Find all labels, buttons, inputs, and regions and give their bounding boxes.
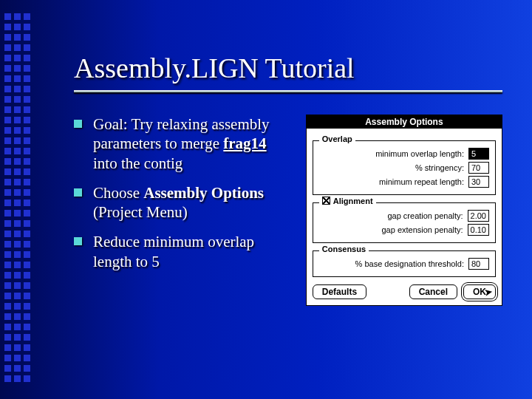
bullet-item: Goal: Try relaxing assembly parameters t… [74, 115, 293, 173]
stringency-input[interactable]: 70 [468, 162, 489, 174]
bullet-emphasis: frag14 [223, 134, 266, 152]
group-label: Consensus [319, 245, 369, 253]
min-overlap-input[interactable]: 5 [468, 148, 489, 160]
gap-create-input[interactable]: 2.00 [468, 210, 489, 222]
group-label: Overlap [319, 134, 355, 143]
min-overlap-label: minimum overlap length: [375, 149, 464, 158]
gap-ext-label: gap extension penalty: [381, 225, 463, 234]
stringency-label: % stringency: [415, 163, 464, 172]
group-label-text: Alignment [333, 197, 373, 205]
bullet-text: (Project Menu) [93, 203, 188, 221]
bullet-strong: Assembly Options [143, 184, 264, 202]
consensus-group: Consensus % base designation threshold: … [313, 250, 496, 277]
overlap-group: Overlap minimum overlap length: 5 % stri… [313, 140, 496, 195]
threshold-label: % base designation threshold: [355, 259, 464, 268]
cancel-button[interactable]: Cancel [409, 284, 457, 299]
bullet-text: Reduce minimum overlap length to 5 [93, 233, 254, 270]
bullet-item: Choose Assembly Options (Project Menu) [74, 183, 293, 222]
defaults-button[interactable]: Defaults [313, 284, 366, 299]
bullet-item: Reduce minimum overlap length to 5 [74, 232, 293, 271]
slide-title: Assembly.LIGN Tutorial [74, 52, 502, 84]
assembly-options-dialog: Assembly Options Overlap minimum overlap… [306, 115, 502, 306]
alignment-checkbox-label[interactable]: Alignment [319, 197, 376, 205]
min-repeat-input[interactable]: 30 [468, 176, 489, 188]
alignment-group: Alignment gap creation penalty: 2.00 gap… [313, 202, 496, 243]
threshold-input[interactable]: 80 [468, 258, 489, 270]
gap-create-label: gap creation penalty: [387, 211, 463, 220]
min-repeat-label: minimum repeat length: [379, 177, 464, 186]
title-rule [74, 90, 502, 92]
bullet-list: Goal: Try relaxing assembly parameters t… [74, 115, 293, 306]
dialog-title: Assembly Options [307, 115, 502, 129]
decorative-dot-column [4, 13, 34, 386]
cursor-icon: ➤ [483, 285, 494, 299]
bullet-text: into the contig [93, 154, 183, 172]
bullet-text: Choose [93, 184, 143, 202]
gap-ext-input[interactable]: 0.10 [468, 224, 489, 236]
